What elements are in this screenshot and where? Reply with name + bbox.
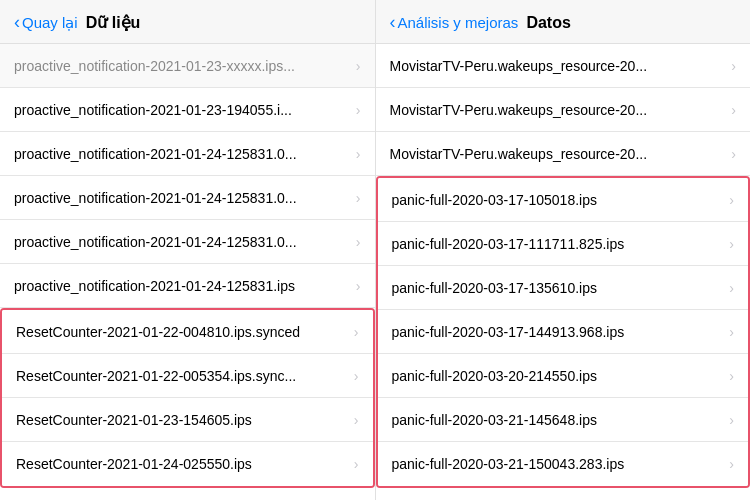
list-item[interactable]: ResetCounter-2021-01-22-005354.ips.sync.… bbox=[2, 354, 373, 398]
list-item[interactable]: panic-full-2020-03-17-111711.825.ips › bbox=[378, 222, 749, 266]
chevron-right-icon: › bbox=[354, 324, 359, 340]
list-item[interactable]: proactive_notification-2021-01-24-125831… bbox=[0, 132, 375, 176]
list-item[interactable]: MovistarTV-Peru.wakeups_resource-20... › bbox=[376, 44, 751, 88]
list-item-text: proactive_notification-2021-01-24-125831… bbox=[14, 278, 356, 294]
chevron-right-icon: › bbox=[356, 58, 361, 74]
left-panel-header: ‹ Quay lại Dữ liệu bbox=[0, 0, 375, 44]
list-item[interactable]: ResetCounter-2021-01-24-025550.ips › bbox=[2, 442, 373, 486]
chevron-right-icon: › bbox=[729, 192, 734, 208]
chevron-right-icon: › bbox=[356, 278, 361, 294]
chevron-right-icon: › bbox=[354, 368, 359, 384]
list-item[interactable]: MovistarTV-Peru.wakeups_resource-20... › bbox=[376, 88, 751, 132]
left-panel: ‹ Quay lại Dữ liệu proactive_notificatio… bbox=[0, 0, 376, 500]
right-chevron-icon: ‹ bbox=[390, 12, 396, 33]
list-item[interactable]: panic-full-2020-03-21-145648.ips › bbox=[378, 398, 749, 442]
chevron-right-icon: › bbox=[356, 146, 361, 162]
list-item-text: panic-full-2020-03-21-145648.ips bbox=[392, 412, 730, 428]
left-back-label: Quay lại bbox=[22, 14, 78, 32]
left-panel-title: Dữ liệu bbox=[86, 13, 141, 32]
list-item-text: MovistarTV-Peru.wakeups_resource-20... bbox=[390, 102, 732, 118]
list-item[interactable]: ResetCounter-2021-01-23-154605.ips › bbox=[2, 398, 373, 442]
list-item-text: ResetCounter-2021-01-23-154605.ips bbox=[16, 412, 354, 428]
highlighted-group: ResetCounter-2021-01-22-004810.ips.synce… bbox=[0, 308, 375, 488]
right-list-container: MovistarTV-Peru.wakeups_resource-20... ›… bbox=[376, 44, 751, 500]
list-item[interactable]: ResetCounter-2021-01-24-032301.ips › bbox=[0, 488, 375, 500]
list-item-text: panic-full-2020-03-21-150043.283.ips bbox=[392, 456, 730, 472]
chevron-right-icon: › bbox=[731, 58, 736, 74]
right-panel: ‹ Análisis y mejoras Datos MovistarTV-Pe… bbox=[376, 0, 751, 500]
list-item-text: ResetCounter-2021-01-22-005354.ips.sync.… bbox=[16, 368, 354, 384]
right-back-label: Análisis y mejoras bbox=[398, 14, 519, 31]
list-item[interactable]: proactive_notification-2021-01-24-125831… bbox=[0, 220, 375, 264]
chevron-right-icon: › bbox=[731, 146, 736, 162]
list-item-text: proactive_notification-2021-01-24-125831… bbox=[14, 234, 356, 250]
list-item[interactable]: panic-full-2020-03-17-144913.968.ips › bbox=[378, 310, 749, 354]
list-item-text: proactive_notification-2021-01-24-125831… bbox=[14, 146, 356, 162]
right-panel-title: Datos bbox=[526, 14, 570, 32]
list-item[interactable]: proactive_notification-2021-01-23-xxxxx.… bbox=[0, 44, 375, 88]
list-item[interactable]: proactive_notification-2021-01-24-125831… bbox=[0, 264, 375, 308]
chevron-right-icon: › bbox=[354, 456, 359, 472]
chevron-right-icon: › bbox=[729, 456, 734, 472]
left-back-button[interactable]: ‹ Quay lại bbox=[14, 12, 78, 33]
chevron-right-icon: › bbox=[354, 412, 359, 428]
left-list-container: proactive_notification-2021-01-23-xxxxx.… bbox=[0, 44, 375, 500]
chevron-right-icon: › bbox=[729, 236, 734, 252]
chevron-right-icon: › bbox=[356, 190, 361, 206]
list-item-text: ResetCounter-2021-01-22-004810.ips.synce… bbox=[16, 324, 354, 340]
list-item[interactable]: panic-full-2020-03-17-135610.ips › bbox=[378, 266, 749, 310]
list-item[interactable]: MovistarTV-Peru.wakeups_resource-20... › bbox=[376, 132, 751, 176]
list-item-text: proactive_notification-2021-01-23-194055… bbox=[14, 102, 356, 118]
list-item-text: panic-full-2020-03-17-105018.ips bbox=[392, 192, 730, 208]
chevron-right-icon: › bbox=[356, 234, 361, 250]
chevron-right-icon: › bbox=[729, 324, 734, 340]
left-chevron-icon: ‹ bbox=[14, 12, 20, 33]
list-item-text: proactive_notification-2021-01-23-xxxxx.… bbox=[14, 58, 356, 74]
chevron-right-icon: › bbox=[729, 368, 734, 384]
list-item[interactable]: proactive_notification-2021-01-23-194055… bbox=[0, 88, 375, 132]
list-item-text: MovistarTV-Peru.wakeups_resource-20... bbox=[390, 58, 732, 74]
list-item[interactable]: panic-full-2020-03-21-150043.283.ips › bbox=[378, 442, 749, 486]
list-item[interactable]: ResetCounter-2021-01-22-004810.ips.synce… bbox=[2, 310, 373, 354]
list-item[interactable]: proactive_notification-2021-01-24-125831… bbox=[0, 176, 375, 220]
chevron-right-icon: › bbox=[731, 102, 736, 118]
list-item-text: panic-full-2020-03-20-214550.ips bbox=[392, 368, 730, 384]
right-back-button[interactable]: ‹ Análisis y mejoras bbox=[390, 12, 519, 33]
list-item-text: proactive_notification-2021-01-24-125831… bbox=[14, 190, 356, 206]
chevron-right-icon: › bbox=[729, 280, 734, 296]
right-highlighted-group: panic-full-2020-03-17-105018.ips › panic… bbox=[376, 176, 751, 488]
list-item-text: panic-full-2020-03-17-144913.968.ips bbox=[392, 324, 730, 340]
list-item-text: panic-full-2020-03-17-111711.825.ips bbox=[392, 236, 730, 252]
list-item-text: panic-full-2020-03-17-135610.ips bbox=[392, 280, 730, 296]
chevron-right-icon: › bbox=[356, 102, 361, 118]
list-item-text: ResetCounter-2021-01-24-025550.ips bbox=[16, 456, 354, 472]
chevron-right-icon: › bbox=[729, 412, 734, 428]
list-item-text: MovistarTV-Peru.wakeups_resource-20... bbox=[390, 146, 732, 162]
right-panel-header: ‹ Análisis y mejoras Datos bbox=[376, 0, 751, 44]
list-item[interactable]: panic-full-2020-03-20-214550.ips › bbox=[378, 354, 749, 398]
list-item[interactable]: panic-full-2020-03-17-105018.ips › bbox=[378, 178, 749, 222]
